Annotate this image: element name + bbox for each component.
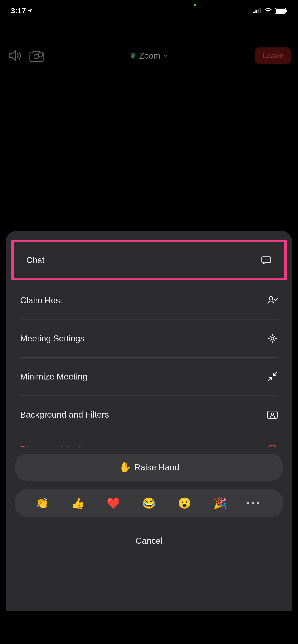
reactions-bar: 👏 👍 ❤️ 😂 😮 🎉 xyxy=(15,489,283,517)
reaction-party[interactable]: 🎉 xyxy=(211,497,229,510)
svg-rect-3 xyxy=(260,8,261,13)
meeting-toolbar: Zoom Leave xyxy=(0,45,298,66)
menu-label: Disconnect Audio xyxy=(20,444,87,447)
gear-icon xyxy=(267,333,278,344)
menu-list: Claim Host Meeting Settings Minimize Mee… xyxy=(20,281,278,447)
svg-rect-7 xyxy=(286,10,287,12)
shield-check-icon xyxy=(129,52,136,59)
raise-hand-emoji: ✋ xyxy=(119,461,131,473)
reaction-heart[interactable]: ❤️ xyxy=(105,497,122,510)
meeting-title: Zoom xyxy=(139,51,160,60)
below-filler xyxy=(0,611,298,644)
raise-hand-label: Raise Hand xyxy=(134,462,179,472)
menu-item-minimize[interactable]: Minimize Meeting xyxy=(20,358,278,396)
status-bar: 3:17 xyxy=(0,0,298,22)
svg-rect-2 xyxy=(257,9,259,13)
menu-label: Claim Host xyxy=(20,296,62,305)
svg-point-12 xyxy=(268,445,277,447)
wifi-icon xyxy=(264,8,272,14)
time-text: 3:17 xyxy=(11,6,26,15)
chat-bubble-icon xyxy=(261,254,272,266)
more-actions-sheet: Chat Claim Host Meeting Settings xyxy=(6,231,292,632)
menu-item-disconnect-audio[interactable]: Disconnect Audio xyxy=(20,434,278,447)
person-check-icon xyxy=(267,295,278,306)
svg-point-4 xyxy=(268,12,269,14)
cancel-label: Cancel xyxy=(135,536,162,546)
switch-camera-icon[interactable] xyxy=(29,48,44,63)
menu-item-background-filters[interactable]: Background and Filters xyxy=(20,396,278,434)
svg-rect-0 xyxy=(253,12,255,13)
meeting-title-dropdown[interactable]: Zoom xyxy=(129,51,169,60)
cellular-signal-icon xyxy=(253,8,262,14)
reaction-joy[interactable]: 😂 xyxy=(140,497,158,510)
svg-point-8 xyxy=(269,297,273,300)
svg-rect-1 xyxy=(255,10,257,13)
reaction-more-icon[interactable] xyxy=(246,502,264,504)
reaction-thumbs-up[interactable]: 👍 xyxy=(69,497,87,510)
menu-item-chat[interactable]: Chat xyxy=(14,242,284,278)
leave-button[interactable]: Leave xyxy=(255,48,291,64)
disconnect-audio-icon xyxy=(267,444,278,447)
status-right xyxy=(253,8,287,14)
camera-indicator-dot xyxy=(194,4,196,6)
menu-label: Background and Filters xyxy=(20,410,109,420)
speaker-icon[interactable] xyxy=(7,48,22,63)
annotation-highlight: Chat xyxy=(11,240,287,280)
menu-item-meeting-settings[interactable]: Meeting Settings xyxy=(20,319,278,358)
menu-label: Chat xyxy=(26,255,44,265)
menu-label: Meeting Settings xyxy=(20,334,85,344)
cancel-button[interactable]: Cancel xyxy=(6,526,292,555)
reaction-clap[interactable]: 👏 xyxy=(34,497,52,510)
svg-point-11 xyxy=(271,413,274,415)
chevron-down-icon xyxy=(163,53,169,58)
minimize-arrows-icon xyxy=(267,371,278,382)
menu-label: Minimize Meeting xyxy=(20,372,87,382)
svg-rect-6 xyxy=(276,9,285,13)
svg-rect-10 xyxy=(268,411,277,418)
battery-icon xyxy=(275,8,287,14)
status-time: 3:17 xyxy=(11,6,33,15)
menu-item-claim-host[interactable]: Claim Host xyxy=(20,281,278,319)
svg-point-9 xyxy=(271,337,274,340)
background-person-icon xyxy=(267,409,278,420)
location-arrow-icon xyxy=(27,8,33,14)
reaction-wow[interactable]: 😮 xyxy=(176,497,193,510)
raise-hand-button[interactable]: ✋ Raise Hand xyxy=(15,454,283,481)
